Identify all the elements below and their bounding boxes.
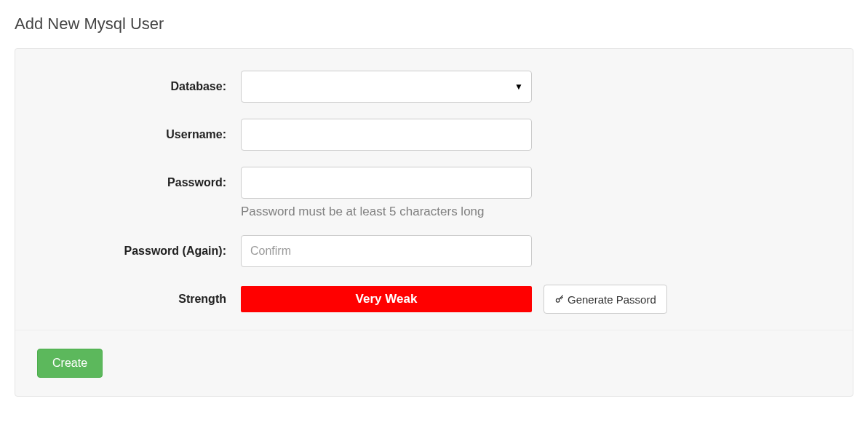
panel-footer: Create [15, 330, 853, 396]
page-title: Add New Mysql User [15, 15, 853, 33]
username-row: Username: [37, 119, 831, 151]
panel-body: Database: ▼ Username: Password: Password… [15, 49, 853, 330]
password-again-input[interactable] [241, 235, 532, 267]
password-again-label: Password (Again): [37, 235, 241, 267]
svg-point-0 [556, 298, 560, 302]
form-panel: Database: ▼ Username: Password: Password… [15, 48, 853, 397]
username-input[interactable] [241, 119, 532, 151]
database-label: Database: [37, 71, 241, 103]
password-row: Password: Password must be at least 5 ch… [37, 167, 831, 219]
database-row: Database: ▼ [37, 71, 831, 103]
strength-row: Strength Very Weak Generate Passord [37, 283, 831, 315]
create-button[interactable]: Create [37, 349, 103, 378]
password-label: Password: [37, 167, 241, 199]
generate-password-button[interactable]: Generate Passord [544, 285, 667, 314]
generate-password-label: Generate Passord [568, 293, 656, 306]
strength-label: Strength [37, 283, 241, 315]
password-again-row: Password (Again): [37, 235, 831, 267]
username-label: Username: [37, 119, 241, 151]
database-select[interactable] [241, 71, 532, 103]
key-icon [554, 294, 565, 304]
password-input[interactable] [241, 167, 532, 199]
strength-bar: Very Weak [241, 286, 532, 312]
password-help-text: Password must be at least 5 characters l… [241, 205, 532, 219]
